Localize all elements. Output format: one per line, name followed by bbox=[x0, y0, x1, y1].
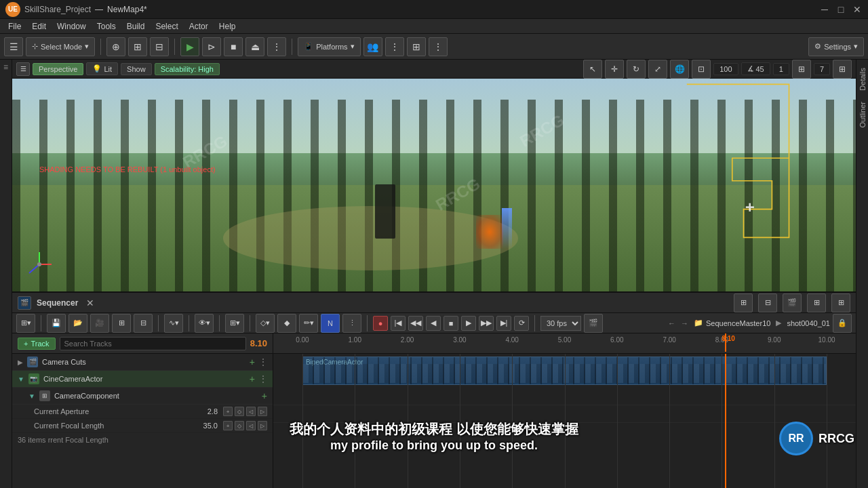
users-button[interactable]: 👥 bbox=[363, 37, 382, 56]
cine-camera-expand-icon[interactable]: ▼ bbox=[18, 375, 24, 383]
seq-curve-btn[interactable]: ∿▾ bbox=[164, 314, 183, 333]
seq-tool-4[interactable]: ⊞ bbox=[807, 293, 826, 312]
menu-window[interactable]: Window bbox=[52, 20, 92, 33]
step-fwd-button[interactable]: ▶▶ bbox=[479, 316, 494, 331]
close-button[interactable]: ✕ bbox=[852, 4, 863, 15]
rotate-tool-icon[interactable]: ↻ bbox=[627, 60, 646, 79]
seq-diamond-btn[interactable]: ◆ bbox=[277, 314, 296, 333]
cine-camera-track[interactable]: ▼ 📷 CineCameraActor + ⋮ bbox=[12, 371, 273, 388]
seq-grid-btn[interactable]: ⊞ bbox=[112, 314, 131, 333]
minimize-button[interactable]: ─ bbox=[819, 4, 830, 15]
focal-length-add-key[interactable]: + bbox=[223, 421, 233, 430]
timeline-area[interactable]: 0.00 1.00 2.00 3.00 4.00 5.00 6.00 7.00 … bbox=[273, 333, 856, 488]
play-fwd-button[interactable]: ▶ bbox=[461, 316, 476, 331]
camera-cuts-expand-icon[interactable]: ▶ bbox=[18, 359, 23, 366]
playhead[interactable] bbox=[725, 354, 726, 488]
seq-tool-3[interactable]: 🎬 bbox=[783, 293, 802, 312]
move-tool-icon[interactable]: ✛ bbox=[605, 60, 624, 79]
layout-button[interactable]: ⊞ bbox=[407, 37, 426, 56]
seq-master-path[interactable]: SequenceMaster10 bbox=[706, 319, 770, 327]
go-start-button[interactable]: |◀ bbox=[391, 316, 406, 331]
extra-button[interactable]: ⋮ bbox=[429, 37, 448, 56]
step-back-button[interactable]: ◀◀ bbox=[408, 316, 423, 331]
focal-length-key-3[interactable]: ▷ bbox=[258, 421, 267, 430]
camera-cuts-track[interactable]: ▶ 🎬 Camera Cuts + ⋮ bbox=[12, 354, 273, 371]
play-button[interactable]: ▶ bbox=[180, 37, 199, 56]
aperture-add-key[interactable]: + bbox=[223, 407, 233, 416]
camera-cuts-add-button[interactable]: + bbox=[250, 357, 255, 367]
menu-build[interactable]: Build bbox=[121, 20, 151, 33]
seq-tool-5[interactable]: ⊞ bbox=[831, 293, 850, 312]
loop-button[interactable]: ⟳ bbox=[514, 316, 529, 331]
play-selected-button[interactable]: ⊳ bbox=[202, 37, 221, 56]
menu-help[interactable]: Help bbox=[214, 20, 241, 33]
play-reverse-button[interactable]: ◀ bbox=[426, 316, 441, 331]
left-panel-icon[interactable]: ≡ bbox=[3, 62, 8, 72]
menu-edit[interactable]: Edit bbox=[26, 20, 52, 33]
seq-select-btn[interactable]: N bbox=[321, 314, 340, 333]
cine-camera-add-button[interactable]: + bbox=[250, 373, 255, 384]
seq-camera-btn[interactable]: 🎥 bbox=[90, 314, 109, 333]
search-tracks-input[interactable] bbox=[60, 337, 246, 350]
settings-button[interactable]: ⚙ Settings ▾ bbox=[808, 37, 864, 56]
camera-component-expand-icon[interactable]: ▼ bbox=[28, 392, 35, 400]
lit-button[interactable]: 💡 Lit bbox=[86, 62, 118, 75]
seq-lock-btn[interactable]: 🔒 bbox=[833, 314, 852, 333]
focal-length-key-1[interactable]: ◇ bbox=[235, 421, 244, 430]
surface-icon[interactable]: ⊡ bbox=[692, 60, 711, 79]
record-button[interactable]: ● bbox=[373, 316, 388, 331]
seq-pen-btn[interactable]: ✏▾ bbox=[299, 314, 318, 333]
seq-nav-fwd[interactable]: → bbox=[681, 319, 688, 327]
stop-button[interactable]: ■ bbox=[224, 37, 243, 56]
stop-seq-button[interactable]: ■ bbox=[443, 316, 458, 331]
camera-component-track[interactable]: ▼ ⊞ CameraComponent + bbox=[12, 388, 273, 405]
more-play-button[interactable]: ⋮ bbox=[267, 37, 286, 56]
sequencer-close-button[interactable]: ✕ bbox=[86, 298, 94, 308]
seq-tool-2[interactable]: ⊟ bbox=[758, 293, 777, 312]
camera-component-add-button[interactable]: + bbox=[262, 390, 267, 401]
aperture-key-1[interactable]: ◇ bbox=[235, 407, 244, 416]
seq-key-btn[interactable]: ◇▾ bbox=[256, 314, 275, 333]
layout-toggle-icon[interactable]: ⊞ bbox=[833, 60, 852, 79]
seq-save-btn[interactable]: 💾 bbox=[47, 314, 66, 333]
scalability-button[interactable]: Scalability: High bbox=[155, 63, 220, 75]
details-panel-label[interactable]: Details bbox=[859, 68, 867, 91]
seq-eye-btn[interactable]: 👁▾ bbox=[195, 314, 214, 333]
aperture-key-3[interactable]: ▷ bbox=[258, 407, 267, 416]
menu-select[interactable]: Select bbox=[150, 20, 183, 33]
menu-actor[interactable]: Actor bbox=[184, 20, 214, 33]
seq-open-btn[interactable]: 📂 bbox=[68, 314, 87, 333]
build-button[interactable]: ⊟ bbox=[150, 37, 169, 56]
seq-filter-btn[interactable]: ⊞▾ bbox=[225, 314, 244, 333]
scale-tool-icon[interactable]: ⤢ bbox=[648, 60, 667, 79]
go-end-button[interactable]: ▶| bbox=[496, 316, 511, 331]
seq-history-btn[interactable]: ⊞▾ bbox=[16, 314, 35, 333]
add-track-button[interactable]: + Track bbox=[18, 338, 56, 350]
timeline-tracks[interactable]: BipedCameraActor bbox=[273, 354, 856, 488]
seq-shot-path[interactable]: shot0040_01 bbox=[787, 319, 830, 327]
perspective-button[interactable]: Perspective bbox=[33, 63, 83, 75]
seq-more-btn[interactable]: ⋮ bbox=[342, 314, 361, 333]
seq-snap-btn[interactable]: ⊟ bbox=[134, 314, 153, 333]
hamburger-menu-button[interactable]: ☰ bbox=[4, 37, 23, 56]
eject-button[interactable]: ⏏ bbox=[245, 37, 264, 56]
camera-cuts-settings-icon[interactable]: ⋮ bbox=[259, 357, 267, 367]
viewport-menu-icon[interactable]: ☰ bbox=[16, 62, 30, 76]
transform-button[interactable]: ⊕ bbox=[106, 37, 125, 56]
fps-dropdown[interactable]: 30 fps 24 fps 60 fps bbox=[540, 316, 581, 331]
menu-file[interactable]: File bbox=[3, 20, 26, 33]
viewport[interactable]: + RRCG RRCG RRCG SHADING NEEDS TO BE REB… bbox=[12, 79, 856, 291]
show-button[interactable]: Show bbox=[121, 63, 152, 75]
menu-tools[interactable]: Tools bbox=[92, 20, 121, 33]
grid-icon[interactable]: ⊞ bbox=[792, 60, 811, 79]
snap-button[interactable]: ⊞ bbox=[128, 37, 147, 56]
outliner-panel-label[interactable]: Outliner bbox=[859, 102, 867, 128]
seq-render-btn[interactable]: 🎬 bbox=[584, 314, 603, 333]
focal-length-key-2[interactable]: ◁ bbox=[246, 421, 256, 430]
seq-tool-1[interactable]: ⊞ bbox=[734, 293, 753, 312]
platforms-button[interactable]: 📱 Platforms ▾ bbox=[298, 37, 360, 56]
seq-nav-back[interactable]: ← bbox=[668, 319, 675, 327]
world-icon[interactable]: 🌐 bbox=[670, 60, 689, 79]
aperture-key-2[interactable]: ◁ bbox=[246, 407, 256, 416]
select-tool-icon[interactable]: ↖ bbox=[583, 60, 602, 79]
